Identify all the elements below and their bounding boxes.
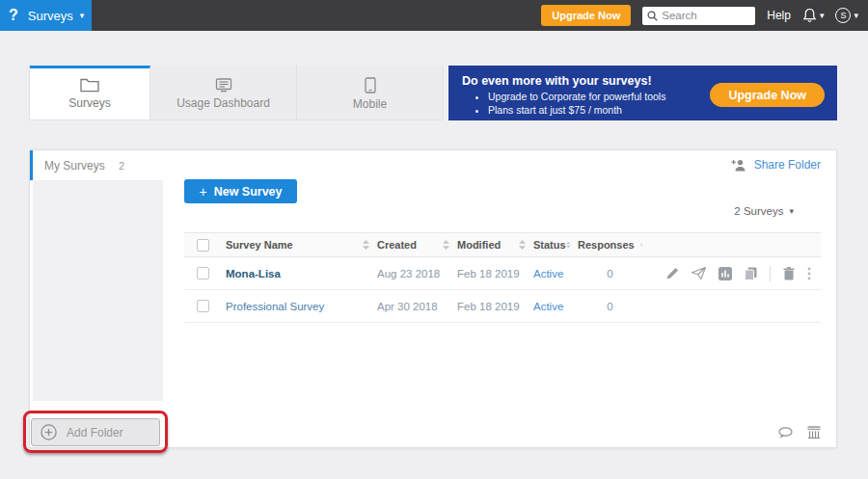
notifications-menu[interactable]: ▾ (802, 8, 825, 23)
send-icon[interactable] (692, 267, 706, 279)
app-logo-icon: ? (9, 7, 18, 24)
column-header[interactable]: Status (533, 239, 566, 251)
table-row: Mona-Lisa Aug 23 2018 Feb 18 2019 Active… (184, 257, 821, 290)
responses-count: 0 (607, 301, 612, 312)
upgrade-now-button[interactable]: Upgrade Now (541, 5, 631, 26)
sort-icon[interactable] (640, 240, 642, 250)
edit-pencil-icon[interactable] (666, 267, 679, 279)
tab-surveys[interactable]: Surveys (30, 66, 150, 120)
dashboard-icon (214, 78, 233, 93)
more-kebab-icon[interactable] (807, 267, 811, 280)
caret-down-icon: ▾ (820, 12, 825, 20)
tab-label: Mobile (353, 97, 387, 111)
row-checkbox[interactable] (197, 267, 209, 279)
feedback-comment-icon[interactable] (778, 427, 793, 439)
sort-icon[interactable] (566, 240, 570, 250)
tab-label: Usage Dashboard (176, 96, 270, 110)
table-row: Professional Survey Apr 30 2018 Feb 18 2… (184, 290, 821, 323)
sidebar-item-my-surveys[interactable]: My Surveys 2 (30, 150, 165, 180)
top-navbar: ? Surveys ▾ Upgrade Now Help ▾ S ▾ (0, 0, 868, 31)
table-header-row: Survey Name Created Modified Status Resp… (184, 232, 821, 257)
folder-count-badge: 2 (119, 160, 124, 172)
product-menu-label: Surveys (28, 9, 73, 23)
plus-circle-icon (41, 424, 57, 440)
share-folder-link[interactable]: Share Folder (731, 158, 821, 172)
search-icon (647, 11, 658, 21)
survey-count-dropdown[interactable]: 2 Surveys ▾ (734, 205, 794, 217)
survey-count-label: 2 Surveys (734, 205, 783, 217)
divider (770, 266, 771, 281)
surveys-panel: My Surveys 2 Share Folder + New Survey 2… (29, 149, 837, 448)
user-menu[interactable]: S ▾ (835, 8, 858, 23)
select-all-checkbox[interactable] (197, 239, 209, 252)
new-survey-label: New Survey (214, 185, 283, 199)
sort-icon[interactable] (443, 240, 449, 250)
column-header[interactable]: Survey Name (226, 239, 293, 251)
folder-icon (80, 78, 99, 93)
responses-count: 0 (607, 268, 612, 279)
delete-trash-icon[interactable] (783, 267, 795, 280)
plus-icon: + (199, 184, 206, 200)
product-menu[interactable]: ? Surveys ▾ (0, 0, 92, 31)
folder-list-area (33, 180, 163, 401)
share-folder-label: Share Folder (754, 158, 821, 172)
caret-down-icon: ▾ (789, 207, 794, 216)
status-badge[interactable]: Active (533, 301, 563, 312)
row-checkbox[interactable] (197, 300, 209, 312)
tab-usage-dashboard[interactable]: Usage Dashboard (150, 66, 297, 120)
report-chart-icon[interactable] (719, 267, 732, 280)
status-badge[interactable]: Active (533, 268, 563, 279)
folder-name: My Surveys (44, 159, 105, 173)
created-date: Aug 23 2018 (377, 268, 440, 279)
new-survey-button[interactable]: + New Survey (184, 179, 297, 203)
bell-icon (802, 8, 817, 23)
mobile-icon (365, 77, 376, 93)
caret-down-icon: ▾ (80, 12, 85, 20)
survey-name-link[interactable]: Mona-Lisa (226, 268, 281, 279)
banner-upgrade-button[interactable]: Upgrade Now (710, 83, 825, 107)
created-date: Apr 30 2018 (377, 301, 438, 312)
modified-date: Feb 18 2019 (457, 268, 520, 279)
module-tabs: Surveys Usage Dashboard Mobile (29, 66, 444, 120)
search-input[interactable] (662, 10, 748, 21)
share-user-icon (731, 159, 747, 172)
upgrade-banner: Do even more with your surveys! Upgrade … (448, 66, 837, 120)
sort-icon[interactable] (519, 240, 526, 250)
column-header[interactable]: Created (377, 239, 417, 251)
modified-date: Feb 18 2019 (457, 301, 520, 312)
tab-label: Surveys (68, 96, 110, 110)
add-folder-label: Add Folder (67, 426, 123, 439)
avatar: S (835, 8, 851, 23)
copy-icon[interactable] (745, 267, 757, 280)
surveys-table: Survey Name Created Modified Status Resp… (184, 232, 821, 323)
search-box[interactable] (642, 7, 755, 25)
add-folder-button[interactable]: Add Folder (31, 418, 160, 446)
sort-icon[interactable] (363, 240, 369, 250)
column-header[interactable]: Modified (457, 239, 501, 251)
tab-mobile[interactable]: Mobile (297, 66, 443, 120)
column-header[interactable]: Responses (578, 239, 635, 251)
survey-name-link[interactable]: Professional Survey (226, 301, 324, 312)
recycle-bin-icon[interactable] (807, 426, 821, 439)
caret-down-icon: ▾ (854, 12, 858, 20)
help-link[interactable]: Help (767, 9, 791, 22)
